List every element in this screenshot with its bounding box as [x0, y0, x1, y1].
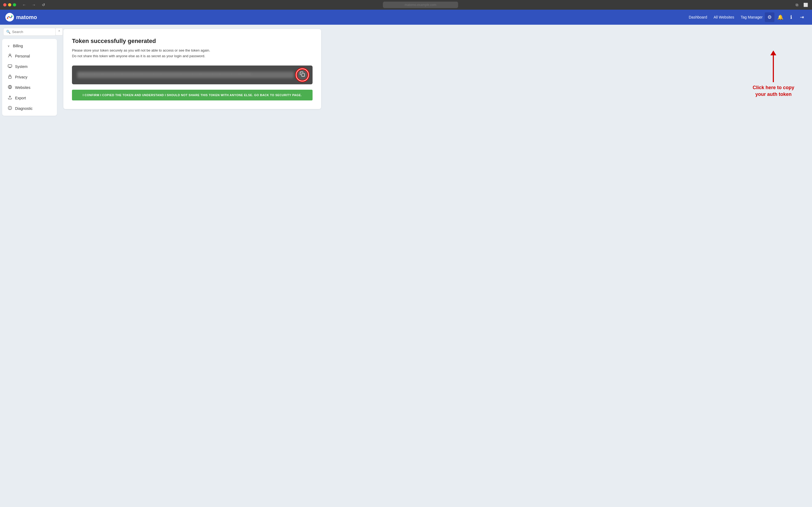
browser-nav: ← → ↺: [20, 1, 47, 9]
settings-icon-btn[interactable]: ⚙: [765, 12, 774, 22]
svg-rect-6: [9, 76, 11, 78]
logout-icon-btn[interactable]: ⇥: [797, 12, 807, 22]
sidebar-menu: ∨ Billing Personal System Privacy: [2, 39, 57, 116]
address-input[interactable]: [383, 2, 458, 8]
svg-point-3: [9, 17, 10, 18]
sidebar-item-privacy[interactable]: Privacy: [3, 72, 56, 82]
sidebar-item-system[interactable]: System: [3, 61, 56, 72]
close-window-btn[interactable]: [3, 3, 6, 6]
svg-point-1: [7, 18, 8, 19]
collapse-sidebar-btn[interactable]: ⌃: [55, 28, 63, 36]
search-input-wrap: 🔍: [3, 28, 56, 36]
svg-rect-9: [302, 73, 305, 76]
search-icon: 🔍: [6, 30, 10, 34]
sidebar-item-export[interactable]: Export: [3, 93, 56, 103]
copy-button-wrapper: [296, 69, 308, 81]
svg-rect-5: [8, 65, 12, 67]
token-container: ••••••••••••••••••••••••••••••••••••••••…: [72, 65, 312, 84]
annotation-text: Click here to copy your auth token: [753, 84, 794, 98]
system-icon: [7, 64, 12, 69]
sidebar-label-billing: Billing: [13, 44, 23, 48]
search-input[interactable]: [12, 30, 53, 34]
token-value: ••••••••••••••••••••••••••••••••••••••••…: [77, 72, 294, 78]
confirm-button[interactable]: I CONFIRM I COPIED THE TOKEN AND UNDERST…: [72, 90, 312, 101]
logo-text: matomo: [16, 14, 37, 20]
sidebar-label-privacy: Privacy: [15, 75, 27, 79]
card-description: Please store your token securely as you …: [72, 48, 312, 59]
globe-icon: [7, 85, 12, 90]
sidebar-label-websites: Websites: [15, 86, 31, 90]
sidebar-item-personal[interactable]: Personal: [3, 51, 56, 61]
export-icon: [7, 95, 12, 101]
chevron-down-icon: ∨: [7, 44, 10, 48]
content-area-inner: Token successfully generated Please stor…: [63, 29, 808, 109]
lock-icon: [7, 74, 12, 79]
copy-icon: [300, 71, 305, 78]
content-card: Token successfully generated Please stor…: [63, 29, 321, 109]
back-btn[interactable]: ←: [20, 1, 28, 9]
annotation-line2: your auth token: [753, 91, 794, 98]
refresh-btn[interactable]: ↺: [40, 1, 47, 9]
maximize-window-btn[interactable]: [13, 3, 16, 6]
copy-token-btn[interactable]: [296, 69, 308, 81]
split-icon[interactable]: ⬜: [802, 2, 809, 8]
annotation-arrow-group: [770, 51, 776, 82]
content-area: ⌃ Token successfully generated Please st…: [59, 25, 812, 507]
browser-right-icons: ⧉ ⬜: [794, 2, 809, 8]
sidebar-item-diagnostic[interactable]: Diagnostic: [3, 103, 56, 114]
nav-all-websites[interactable]: All Websites: [714, 15, 735, 19]
forward-btn[interactable]: →: [30, 1, 38, 9]
annotation: Click here to copy your auth token: [753, 51, 794, 98]
sidebar-label-personal: Personal: [15, 54, 30, 58]
matomo-logo[interactable]: matomo: [5, 13, 37, 21]
person-icon: [7, 53, 12, 59]
sidebar-label-export: Export: [15, 96, 26, 100]
sidebar-label-diagnostic: Diagnostic: [15, 106, 33, 111]
header-nav: Dashboard All Websites Tag Manager: [689, 15, 763, 19]
info-icon-btn[interactable]: ℹ: [786, 12, 796, 22]
arrow-line: [773, 55, 774, 82]
page-title: Token successfully generated: [72, 38, 312, 45]
matomo-header: matomo Dashboard All Websites Tag Manage…: [0, 10, 812, 25]
sidebar-label-system: System: [15, 64, 27, 69]
browser-chrome: ← → ↺ ⧉ ⬜: [0, 0, 812, 10]
svg-point-4: [9, 54, 11, 56]
sidebar: 🔍 ∨ Billing Personal System: [0, 25, 59, 507]
search-container: 🔍: [0, 28, 59, 39]
svg-point-2: [11, 15, 13, 17]
pip-icon[interactable]: ⧉: [794, 2, 800, 8]
main-layout: 🔍 ∨ Billing Personal System: [0, 25, 812, 507]
sidebar-item-websites[interactable]: Websites: [3, 82, 56, 93]
diagnostic-icon: [7, 106, 12, 111]
nav-tag-manager[interactable]: Tag Manager: [741, 15, 763, 19]
nav-dashboard[interactable]: Dashboard: [689, 15, 707, 19]
arrow-head-icon: [770, 51, 776, 55]
matomo-logo-svg: [5, 13, 14, 21]
browser-window-controls: [3, 3, 16, 6]
description-line2: Do not share this token with anyone else…: [72, 53, 312, 59]
minimize-window-btn[interactable]: [8, 3, 11, 6]
bell-icon-btn[interactable]: 🔔: [775, 12, 785, 22]
sidebar-item-billing[interactable]: ∨ Billing: [3, 41, 56, 51]
annotation-line1: Click here to copy: [753, 84, 794, 91]
header-icons: ⚙ 🔔 ℹ ⇥: [765, 12, 807, 22]
address-bar: [49, 2, 792, 8]
description-line1: Please store your token securely as you …: [72, 48, 312, 53]
